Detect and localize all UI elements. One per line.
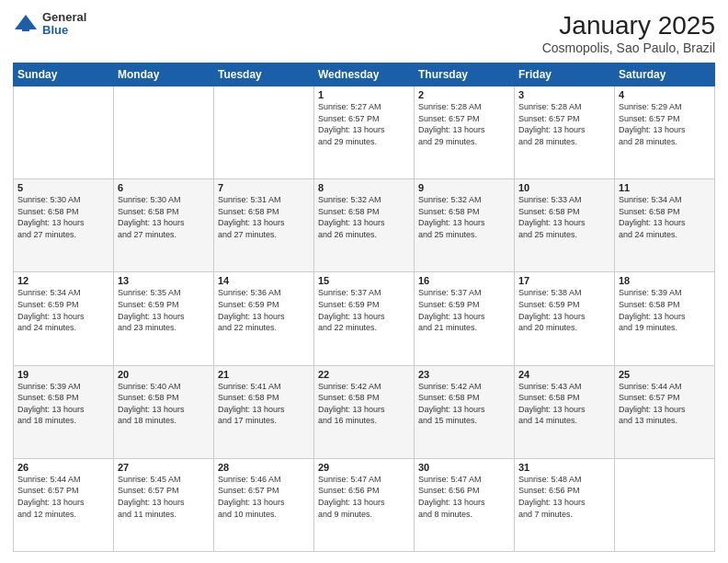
logo-general-text: General [42,11,86,24]
calendar-cell: 30Sunrise: 5:47 AM Sunset: 6:56 PM Dayli… [415,458,515,551]
day-info: Sunrise: 5:33 AM Sunset: 6:58 PM Dayligh… [518,194,610,240]
day-number: 15 [318,275,410,286]
day-info: Sunrise: 5:43 AM Sunset: 6:58 PM Dayligh… [518,381,610,427]
day-info: Sunrise: 5:39 AM Sunset: 6:58 PM Dayligh… [619,287,711,333]
page: General Blue January 2025 Cosmopolis, Sa… [0,0,728,563]
day-info: Sunrise: 5:29 AM Sunset: 6:57 PM Dayligh… [619,101,711,147]
day-info: Sunrise: 5:44 AM Sunset: 6:57 PM Dayligh… [17,474,109,520]
calendar-cell: 31Sunrise: 5:48 AM Sunset: 6:56 PM Dayli… [515,458,615,551]
calendar-cell [615,458,715,551]
calendar-week-row: 1Sunrise: 5:27 AM Sunset: 6:57 PM Daylig… [14,86,715,179]
calendar-cell: 10Sunrise: 5:33 AM Sunset: 6:58 PM Dayli… [515,179,615,272]
day-info: Sunrise: 5:28 AM Sunset: 6:57 PM Dayligh… [518,101,610,147]
day-number: 25 [619,369,711,380]
calendar-cell: 17Sunrise: 5:38 AM Sunset: 6:59 PM Dayli… [515,272,615,365]
calendar-cell: 4Sunrise: 5:29 AM Sunset: 6:57 PM Daylig… [615,86,715,179]
svg-rect-1 [22,24,29,31]
calendar-cell [14,86,114,179]
day-number: 26 [17,462,109,473]
day-info: Sunrise: 5:47 AM Sunset: 6:56 PM Dayligh… [318,474,410,520]
calendar-cell: 24Sunrise: 5:43 AM Sunset: 6:58 PM Dayli… [515,365,615,458]
day-number: 9 [418,182,510,193]
day-number: 13 [118,275,210,286]
calendar-cell: 1Sunrise: 5:27 AM Sunset: 6:57 PM Daylig… [314,86,415,179]
day-number: 22 [318,369,410,380]
day-number: 6 [118,182,210,193]
calendar-cell: 27Sunrise: 5:45 AM Sunset: 6:57 PM Dayli… [114,458,214,551]
day-number: 14 [218,275,310,286]
day-info: Sunrise: 5:28 AM Sunset: 6:57 PM Dayligh… [418,101,510,147]
logo-blue-text: Blue [42,24,86,37]
calendar-cell: 16Sunrise: 5:37 AM Sunset: 6:59 PM Dayli… [415,272,515,365]
day-number: 20 [118,369,210,380]
day-info: Sunrise: 5:42 AM Sunset: 6:58 PM Dayligh… [318,381,410,427]
logo: General Blue [13,11,86,38]
calendar-week-row: 26Sunrise: 5:44 AM Sunset: 6:57 PM Dayli… [14,458,715,551]
calendar-cell [114,86,214,179]
calendar-cell: 7Sunrise: 5:31 AM Sunset: 6:58 PM Daylig… [214,179,314,272]
calendar-cell: 14Sunrise: 5:36 AM Sunset: 6:59 PM Dayli… [214,272,314,365]
day-info: Sunrise: 5:37 AM Sunset: 6:59 PM Dayligh… [318,287,410,333]
calendar-cell: 12Sunrise: 5:34 AM Sunset: 6:59 PM Dayli… [14,272,114,365]
calendar-cell: 15Sunrise: 5:37 AM Sunset: 6:59 PM Dayli… [314,272,415,365]
day-info: Sunrise: 5:38 AM Sunset: 6:59 PM Dayligh… [518,287,610,333]
day-number: 2 [418,89,510,100]
main-title: January 2025 [542,11,715,40]
calendar-week-row: 19Sunrise: 5:39 AM Sunset: 6:58 PM Dayli… [14,365,715,458]
calendar-cell: 3Sunrise: 5:28 AM Sunset: 6:57 PM Daylig… [515,86,615,179]
day-number: 19 [17,369,109,380]
calendar-day-header: Tuesday [214,63,314,86]
calendar-cell: 6Sunrise: 5:30 AM Sunset: 6:58 PM Daylig… [114,179,214,272]
day-info: Sunrise: 5:32 AM Sunset: 6:58 PM Dayligh… [418,194,510,240]
calendar-table: SundayMondayTuesdayWednesdayThursdayFrid… [13,63,715,552]
calendar-week-row: 5Sunrise: 5:30 AM Sunset: 6:58 PM Daylig… [14,179,715,272]
day-number: 27 [118,462,210,473]
day-info: Sunrise: 5:48 AM Sunset: 6:56 PM Dayligh… [518,474,610,520]
calendar-cell: 13Sunrise: 5:35 AM Sunset: 6:59 PM Dayli… [114,272,214,365]
calendar-cell: 22Sunrise: 5:42 AM Sunset: 6:58 PM Dayli… [314,365,415,458]
day-info: Sunrise: 5:46 AM Sunset: 6:57 PM Dayligh… [218,474,310,520]
day-number: 1 [318,89,410,100]
day-number: 18 [619,275,711,286]
calendar-cell: 28Sunrise: 5:46 AM Sunset: 6:57 PM Dayli… [214,458,314,551]
calendar-cell: 29Sunrise: 5:47 AM Sunset: 6:56 PM Dayli… [314,458,415,551]
calendar-cell [214,86,314,179]
calendar-week-row: 12Sunrise: 5:34 AM Sunset: 6:59 PM Dayli… [14,272,715,365]
calendar-day-header: Monday [114,63,214,86]
day-info: Sunrise: 5:41 AM Sunset: 6:58 PM Dayligh… [218,381,310,427]
day-number: 21 [218,369,310,380]
day-info: Sunrise: 5:40 AM Sunset: 6:58 PM Dayligh… [118,381,210,427]
calendar-cell: 18Sunrise: 5:39 AM Sunset: 6:58 PM Dayli… [615,272,715,365]
day-number: 16 [418,275,510,286]
calendar-header-row: SundayMondayTuesdayWednesdayThursdayFrid… [14,63,715,86]
day-info: Sunrise: 5:30 AM Sunset: 6:58 PM Dayligh… [17,194,109,240]
day-number: 17 [518,275,610,286]
calendar-cell: 8Sunrise: 5:32 AM Sunset: 6:58 PM Daylig… [314,179,415,272]
day-number: 30 [418,462,510,473]
calendar-cell: 11Sunrise: 5:34 AM Sunset: 6:58 PM Dayli… [615,179,715,272]
logo-text: General Blue [42,11,86,38]
calendar-day-header: Friday [515,63,615,86]
title-section: January 2025 Cosmopolis, Sao Paulo, Braz… [542,11,715,55]
day-info: Sunrise: 5:45 AM Sunset: 6:57 PM Dayligh… [118,474,210,520]
calendar-cell: 23Sunrise: 5:42 AM Sunset: 6:58 PM Dayli… [415,365,515,458]
logo-icon [13,11,39,37]
day-number: 24 [518,369,610,380]
day-number: 3 [518,89,610,100]
day-info: Sunrise: 5:30 AM Sunset: 6:58 PM Dayligh… [118,194,210,240]
calendar-cell: 9Sunrise: 5:32 AM Sunset: 6:58 PM Daylig… [415,179,515,272]
day-info: Sunrise: 5:44 AM Sunset: 6:57 PM Dayligh… [619,381,711,427]
subtitle: Cosmopolis, Sao Paulo, Brazil [542,40,715,55]
calendar-cell: 2Sunrise: 5:28 AM Sunset: 6:57 PM Daylig… [415,86,515,179]
calendar-cell: 26Sunrise: 5:44 AM Sunset: 6:57 PM Dayli… [14,458,114,551]
day-number: 28 [218,462,310,473]
calendar-cell: 25Sunrise: 5:44 AM Sunset: 6:57 PM Dayli… [615,365,715,458]
day-info: Sunrise: 5:35 AM Sunset: 6:59 PM Dayligh… [118,287,210,333]
day-number: 23 [418,369,510,380]
calendar-day-header: Wednesday [314,63,415,86]
calendar-day-header: Sunday [14,63,114,86]
day-info: Sunrise: 5:34 AM Sunset: 6:58 PM Dayligh… [619,194,711,240]
header: General Blue January 2025 Cosmopolis, Sa… [13,11,715,55]
day-info: Sunrise: 5:34 AM Sunset: 6:59 PM Dayligh… [17,287,109,333]
day-number: 12 [17,275,109,286]
